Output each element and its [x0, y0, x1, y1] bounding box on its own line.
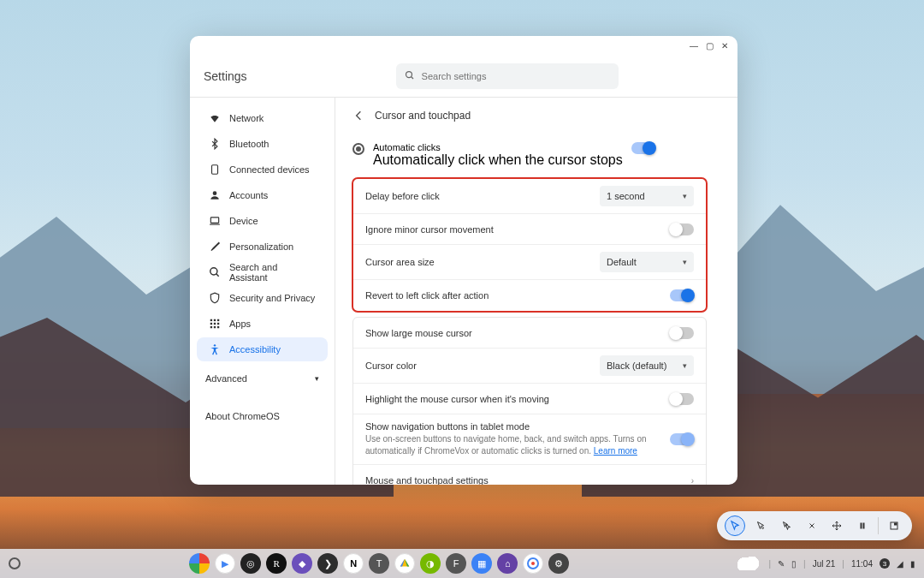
sidebar-item-label: Security and Privacy	[229, 293, 315, 303]
notification-badge[interactable]: 3	[880, 558, 890, 569]
sidebar-item-connected-devices[interactable]: Connected devices	[197, 158, 328, 182]
highlight-cursor-toggle[interactable]	[670, 393, 694, 405]
svg-rect-14	[210, 326, 212, 328]
svg-rect-22	[895, 523, 897, 525]
chevron-right-icon: ›	[691, 476, 694, 486]
svg-point-27	[531, 562, 535, 565]
app-chrome[interactable]	[189, 553, 210, 574]
sidebar-item-label: Network	[229, 113, 264, 123]
sidebar-item-search-assistant[interactable]: Search and Assistant	[197, 260, 328, 284]
svg-point-17	[214, 344, 216, 346]
cursor-area-label: Cursor area size	[365, 257, 591, 267]
chevron-down-icon: ▾	[683, 192, 687, 200]
sidebar-item-apps[interactable]: Apps	[197, 312, 328, 336]
delay-select[interactable]: 1 second ▾	[600, 186, 694, 206]
app-f[interactable]: F	[446, 553, 466, 574]
mouse-touchpad-label: Mouse and touchpad settings	[365, 475, 683, 485]
wifi-tray-icon: ◢	[897, 559, 903, 569]
sidebar-item-security-privacy[interactable]: Security and Privacy	[197, 286, 328, 310]
search-bar[interactable]	[396, 63, 619, 89]
svg-rect-16	[217, 326, 219, 328]
sidebar-item-bluetooth[interactable]: Bluetooth	[197, 132, 328, 156]
nav-buttons-toggle[interactable]	[670, 433, 694, 445]
app-t[interactable]: T	[369, 553, 389, 574]
app-twitch[interactable]: ⌂	[497, 553, 518, 574]
app-obsidian[interactable]: ◆	[292, 553, 312, 574]
svg-rect-12	[214, 323, 216, 325]
svg-rect-19	[861, 523, 862, 529]
svg-line-7	[216, 274, 219, 277]
autoclick-position[interactable]	[884, 515, 904, 536]
app-terminal-2[interactable]: ❯	[317, 553, 338, 574]
app-blue[interactable]: ▦	[471, 553, 492, 574]
autoclick-left-click[interactable]	[725, 515, 745, 536]
sidebar-advanced[interactable]: Advanced ▾	[190, 366, 335, 390]
autoclick-double-click[interactable]	[776, 515, 797, 536]
app-chrome-canary[interactable]	[523, 553, 543, 574]
tray-time: 11:04	[851, 559, 873, 569]
autoclick-right-click[interactable]	[750, 515, 771, 536]
shelf-apps: ▶ ◎ R ◆ ❯ N T ◑ F ▦ ⌂ ⚙	[27, 553, 731, 574]
svg-rect-2	[212, 165, 218, 175]
sidebar: Network Bluetooth Connected devices Acco…	[190, 98, 335, 485]
app-notion[interactable]: N	[343, 553, 364, 574]
automatic-clicks-toggle[interactable]	[631, 142, 655, 154]
app-play-store[interactable]: ▶	[215, 553, 235, 574]
learn-more-link[interactable]: Learn more	[594, 446, 637, 456]
back-button[interactable]	[352, 110, 364, 122]
sidebar-item-personalization[interactable]: Personalization	[197, 235, 328, 259]
phone-hub-icon[interactable]: ▯	[791, 559, 797, 569]
svg-rect-10	[217, 319, 219, 321]
autoclick-drag[interactable]	[802, 515, 822, 536]
cursor-color-value: Black (default)	[607, 361, 666, 371]
app-terminal-1[interactable]: ◎	[240, 553, 261, 574]
ignore-movement-toggle[interactable]	[670, 223, 694, 235]
shield-icon	[209, 292, 221, 304]
system-tray[interactable]: | ✎ ▯ | Jul 21 | 11:04 3 ◢ ▮	[737, 557, 915, 570]
sidebar-item-accounts[interactable]: Accounts	[197, 183, 328, 207]
svg-point-3	[213, 191, 217, 195]
chevron-down-icon: ▾	[683, 258, 687, 266]
cursor-area-value: Default	[607, 257, 637, 267]
cursor-color-select[interactable]: Black (default) ▾	[600, 355, 694, 376]
app-settings[interactable]: ⚙	[548, 553, 569, 574]
divider	[878, 517, 879, 534]
app-r[interactable]: R	[266, 553, 287, 574]
sidebar-about[interactable]: About ChromeOS	[190, 404, 335, 428]
close-button[interactable]: ✕	[720, 41, 729, 50]
search-icon	[209, 266, 221, 278]
search-input[interactable]	[422, 71, 610, 81]
sidebar-item-accessibility[interactable]: Accessibility	[197, 337, 328, 361]
svg-point-0	[406, 71, 412, 77]
nav-buttons-desc: Use on-screen buttons to navigate home, …	[365, 433, 661, 457]
chevron-down-icon: ▾	[315, 374, 319, 383]
chevron-down-icon: ▾	[683, 361, 687, 370]
svg-point-6	[210, 268, 217, 275]
revert-left-click-label: Revert to left click after action	[365, 290, 661, 301]
cursor-area-select[interactable]: Default ▾	[600, 252, 694, 272]
large-cursor-label: Show large mouse cursor	[365, 328, 661, 338]
mouse-touchpad-row[interactable]: Mouse and touchpad settings ›	[353, 465, 706, 485]
sidebar-item-label: Connected devices	[229, 164, 310, 175]
automatic-clicks-row[interactable]: Automatic clicks Automatically click whe…	[352, 134, 707, 173]
sidebar-item-label: Accessibility	[229, 344, 281, 355]
nav-buttons-label: Show navigation buttons in tablet mode	[365, 421, 661, 432]
app-files[interactable]	[394, 553, 415, 574]
brush-icon	[209, 241, 221, 253]
automatic-clicks-options: Delay before click 1 second ▾ Ignore min…	[352, 178, 707, 312]
wifi-icon	[209, 112, 221, 124]
large-cursor-toggle[interactable]	[670, 327, 694, 339]
maximize-button[interactable]: ▢	[705, 41, 714, 50]
autoclick-scroll[interactable]	[826, 515, 847, 536]
titlebar: — ▢ ✕	[190, 36, 737, 55]
app-nvidia[interactable]: ◑	[420, 553, 441, 574]
main-panel: Cursor and touchpad Automatic clicks Aut…	[335, 98, 737, 485]
sidebar-item-label: Apps	[229, 319, 251, 329]
sidebar-item-device[interactable]: Device	[197, 209, 328, 233]
stylus-icon[interactable]: ✎	[778, 559, 785, 569]
revert-left-click-toggle[interactable]	[670, 289, 694, 301]
autoclick-pause[interactable]	[852, 515, 873, 536]
minimize-button[interactable]: —	[690, 41, 698, 50]
sidebar-item-network[interactable]: Network	[197, 106, 328, 130]
launcher-button[interactable]	[9, 557, 21, 569]
